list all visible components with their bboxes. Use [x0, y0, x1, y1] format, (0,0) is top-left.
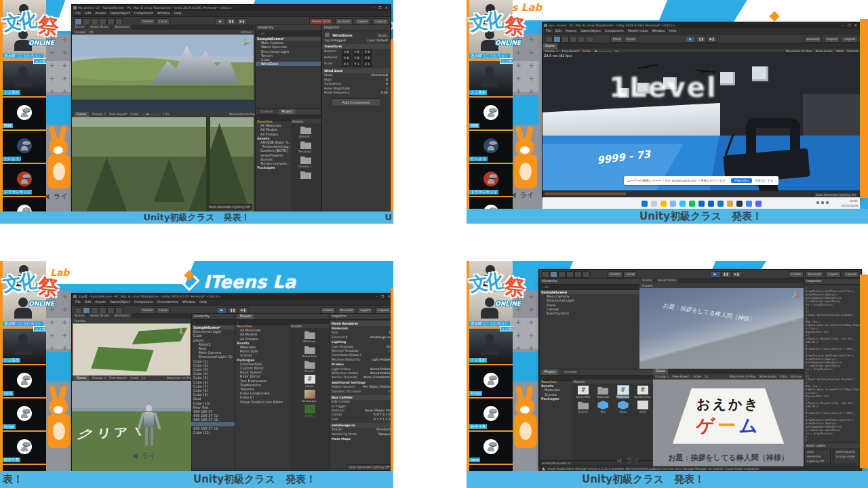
game-tab[interactable]: Game [653, 369, 668, 374]
asset-item[interactable]: Text [594, 401, 612, 413]
view-tab[interactable]: Asset Store [87, 24, 111, 30]
game-tab[interactable]: Game [542, 43, 557, 49]
taskbar-clock[interactable]: 10:01 2022/10/23 [841, 199, 858, 208]
view-tab[interactable]: Scene [72, 24, 87, 30]
inspector-title[interactable]: Inspector [324, 25, 339, 30]
asset-item[interactable]: Unity [634, 401, 652, 413]
y-field[interactable]: Y 0 [353, 49, 361, 55]
packages-root[interactable]: Packages [540, 396, 572, 401]
z-field[interactable]: Z 0 [363, 49, 372, 55]
menu-item[interactable]: GameObject [110, 11, 130, 16]
add-component-button[interactable]: Add Component [331, 98, 381, 106]
shaded-dropdown[interactable]: Shaded [74, 30, 85, 35]
menu-item[interactable]: Component [605, 28, 624, 34]
tag-value[interactable]: Untagged [330, 39, 345, 42]
lighting-status[interactable]: Auto Generate Lighting Off [347, 464, 392, 470]
shaded-dropdown[interactable]: Shaded [642, 283, 653, 288]
hierarchy-title[interactable]: Hierarchy [258, 25, 273, 30]
layers-dropdown[interactable]: Layers [825, 271, 841, 278]
scene-view[interactable]: お題：挨拶をしてる棒人間（神様） [639, 288, 804, 369]
aspect-dropdown[interactable]: Free Aspect [672, 374, 690, 380]
maximize-on-play-toggle[interactable]: Maximize On Play [730, 374, 756, 380]
taskbar-icon[interactable] [746, 201, 752, 207]
inspector-row[interactable]: Rendering Mode Opaque [330, 432, 393, 436]
asset-item[interactable]: Materials [594, 386, 612, 399]
asset-item[interactable]: Conifers [... [293, 155, 319, 168]
inspector-row[interactable]: Mesh Renderer [330, 321, 393, 326]
scene-view[interactable] [72, 35, 254, 112]
menu-item[interactable]: File [75, 300, 81, 305]
menu-item[interactable]: Mobile Input [628, 28, 648, 34]
asset-folder-item[interactable]: Conifers [BOTD] [256, 148, 291, 152]
taskbar-icon[interactable] [651, 201, 657, 207]
inspector-row[interactable]: Box Collider [330, 395, 393, 400]
hierarchy-item[interactable]: WindZone [256, 62, 321, 66]
scene-gizmo[interactable] [789, 291, 800, 302]
asset-item[interactable]: zetubougo.. [292, 390, 328, 403]
display-dropdown[interactable]: Display 1 [655, 374, 669, 380]
console-tab[interactable]: Console [561, 369, 580, 375]
window-buttons[interactable]: – ❐ ✕ [842, 22, 859, 28]
inspector-row[interactable]: Anchor Override None (Transform) [330, 375, 393, 380]
move-tool-icon[interactable] [553, 36, 561, 43]
game-view[interactable]: クリア！ [72, 381, 191, 471]
step-button[interactable]: ▶❚ [732, 271, 742, 278]
pivot-toggle[interactable]: Center [607, 271, 623, 278]
view-tab[interactable]: Animator [112, 313, 132, 319]
console-status-line[interactable]: Auto Generate Lighting On [542, 190, 860, 197]
inspector-row[interactable]: Main Maps [330, 437, 393, 441]
hierarchy-search[interactable]: All [545, 285, 548, 289]
display-dropdown[interactable]: Display 1 [92, 375, 106, 381]
transform-tools[interactable] [542, 271, 590, 278]
asset-item[interactable]: # RandomSta.. [634, 386, 652, 399]
inspector-row[interactable]: Element 0 zetubougo-ru [330, 336, 393, 340]
asset-item[interactable]: # DetectText [574, 386, 592, 399]
mute-audio-toggle[interactable]: Mute Audio [760, 374, 776, 380]
pause-button[interactable]: ❚❚ [696, 36, 707, 43]
view-tab[interactable]: Asset Store [87, 313, 111, 319]
move-tool-icon[interactable] [550, 271, 557, 278]
pause-button[interactable]: ❚❚ [721, 271, 731, 278]
aspect-dropdown[interactable]: Free Aspect [109, 375, 127, 381]
game-view[interactable]: 24.5 ms (41 fps) 1Level 9999 - 73 ユーザーの画… [542, 52, 860, 191]
layer-value[interactable]: Default [376, 39, 388, 42]
menu-item[interactable]: Component [134, 11, 153, 16]
menu-item[interactable]: File [75, 11, 81, 16]
view-tab[interactable]: Scene [639, 278, 654, 283]
inspector-row[interactable]: zetubougo-ru [330, 423, 393, 428]
step-button[interactable]: ▶❚ [707, 36, 717, 43]
gizmos-dropdown[interactable]: Gizmos [791, 374, 802, 380]
transform-tool-icon[interactable] [583, 271, 590, 278]
menu-item[interactable]: Help [669, 28, 676, 34]
collab-dropdown[interactable]: Collab [788, 271, 803, 278]
menu-item[interactable]: Assets [95, 11, 106, 16]
property-value[interactable]: 0.05 [381, 91, 388, 95]
inspector-row[interactable]: Size X 1 Y 1 Z 1 [330, 418, 393, 422]
taskbar-icon[interactable] [689, 201, 695, 207]
view-tab[interactable]: Animator [112, 24, 132, 30]
menu-item[interactable]: Cinemachine [157, 300, 178, 305]
asset-item[interactable]: Materials [292, 330, 328, 343]
taskbar-icon[interactable] [736, 201, 743, 207]
transform-tools[interactable] [545, 36, 593, 43]
game-tab[interactable]: Game [74, 375, 89, 381]
x-field[interactable]: X 1 [342, 61, 351, 67]
project-tab[interactable]: Project [542, 369, 558, 375]
hierarchy-item[interactable]: EventSystem [540, 311, 640, 315]
view-tab[interactable]: Asset Store [655, 278, 679, 283]
maximize-on-play-toggle[interactable]: Maximize On Play [167, 375, 193, 381]
hierarchy-item[interactable]: Cube (11) [192, 430, 235, 434]
asset-item[interactable]: ANVJOB ... [293, 125, 319, 138]
menu-item[interactable]: Help [174, 11, 182, 16]
console-tab[interactable]: Console [258, 109, 276, 115]
hierarchy-search[interactable]: All [260, 32, 264, 35]
hand-tool-icon[interactable] [545, 36, 553, 43]
taskbar-icon[interactable] [679, 201, 686, 207]
inspector-title[interactable]: Inspector [806, 279, 821, 284]
asset-item[interactable]: TerrainAs... [293, 140, 319, 153]
gizmos-dropdown[interactable]: Gizmos [241, 30, 252, 35]
taskbar-icon[interactable] [698, 201, 705, 207]
window-buttons[interactable]: – ❐ ✕ [376, 293, 392, 300]
y-field[interactable]: Y 1 [353, 61, 361, 67]
scale-tool-icon[interactable] [566, 271, 574, 278]
